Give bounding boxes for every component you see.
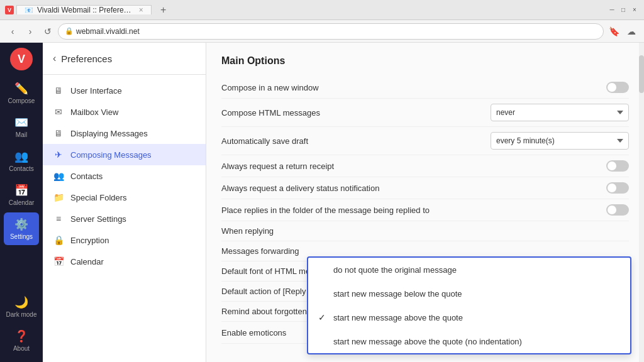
about-icon: ❓ [14,329,28,343]
prefs-nav-special-folders[interactable]: 📁 Special Folders [43,187,206,208]
delivery-status-label: Always request a delivery status notific… [221,184,599,193]
user-interface-icon: 🖥 [53,85,64,96]
contacts-nav-icon: 👥 [53,171,64,181]
dropdown-item-above-quote[interactable]: ✓ start new message above the quote [308,305,630,329]
place-replies-toggle[interactable] [606,204,629,216]
tab-title: Vivaldi Webmail :: Prefere… [37,6,131,14]
dark-mode-label: Dark mode [6,311,37,318]
tab-close-icon[interactable]: × [139,6,143,14]
displaying-messages-label: Displaying Messages [70,129,148,138]
minimize-button[interactable]: ─ [608,6,616,14]
above-quote-check: ✓ [318,312,328,322]
reload-button[interactable]: ↺ [40,24,55,39]
scroll-thumb[interactable] [639,55,644,93]
no-quote-check [318,265,328,275]
auto-save-select[interactable]: every 5 minute(s) [491,132,629,150]
place-replies-label: Place replies in the folder of the messa… [221,206,599,215]
compose-new-window-toggle[interactable] [606,82,629,93]
prefs-nav-user-interface[interactable]: 🖥 User Interface [43,80,206,101]
special-folders-icon: 📁 [53,192,64,202]
below-quote-check [318,288,328,299]
delivery-status-toggle[interactable] [606,182,629,194]
return-receipt-toggle[interactable] [606,160,629,172]
preferences-header: ‹ Preferences [43,43,206,75]
messages-forwarding-label: Messages forwarding [221,246,629,256]
sidebar-item-dark-mode[interactable]: 🌙 Dark mode [4,290,39,323]
sidebar-item-settings[interactable]: ⚙️ Settings [4,212,39,245]
app-content: ‹ Preferences 🖥 User Interface ✉ Mailbox… [43,43,644,362]
option-compose-html: Compose HTML messages never always ask [221,99,629,127]
vivaldi-logo: V [10,48,33,70]
settings-icon: ⚙️ [14,217,28,231]
back-button[interactable]: ‹ [5,24,20,39]
option-place-replies: Place replies in the folder of the messa… [221,199,629,221]
browser-window: V 📧 Vivaldi Webmail :: Prefere… × + ─ □ … [0,0,644,362]
contacts-nav-label: Contacts [70,172,103,181]
settings-label: Settings [10,233,33,240]
prefs-nav-displaying-messages[interactable]: 🖥 Displaying Messages [43,123,206,144]
sidebar-item-contacts[interactable]: 👥 Contacts [4,145,39,177]
mail-icon: ✉️ [14,116,28,129]
prefs-nav-contacts[interactable]: 👥 Contacts [43,165,206,187]
special-folders-label: Special Folders [70,193,127,202]
option-auto-save-draft: Automatically save draft every 5 minute(… [221,127,629,155]
maximize-button[interactable]: □ [619,6,628,14]
prefs-nav-calendar[interactable]: 📅 Calendar [43,251,206,272]
bookmarks-icon[interactable]: 🔖 [606,24,621,39]
dark-mode-icon: 🌙 [14,295,28,309]
preferences-nav: ‹ Preferences 🖥 User Interface ✉ Mailbox… [43,43,206,362]
dropdown-item-below-quote[interactable]: start new message below the quote [308,282,630,305]
browser-content: V ✏️ Compose ✉️ Mail 👥 Contacts 📅 Calend… [0,43,644,362]
dropdown-item-no-quote[interactable]: do not quote the original message [308,258,630,282]
close-button[interactable]: × [630,6,639,14]
tab-favicon: V [5,6,14,14]
when-replying-dropdown[interactable]: do not quote the original message start … [307,256,631,354]
sidebar-item-calendar[interactable]: 📅 Calendar [4,178,39,211]
contacts-icon: 👥 [14,150,28,163]
calendar-icon: 📅 [14,184,28,197]
mailbox-icon: ✉ [53,107,64,117]
active-tab[interactable]: 📧 Vivaldi Webmail :: Prefere… × [16,5,152,14]
main-options-title: Main Options [221,55,629,67]
new-tab-button[interactable]: + [154,1,173,19]
auto-save-label: Automatically save draft [221,136,483,146]
dropdown-item-above-no-indent[interactable]: start new message above the quote (no in… [308,329,630,353]
option-delivery-status: Always request a delivery status notific… [221,177,629,199]
encryption-label: Encryption [70,236,109,245]
forward-button[interactable]: › [23,24,38,39]
prefs-nav-mailbox-view[interactable]: ✉ Mailbox View [43,101,206,123]
above-no-indent-label: start new message above the quote (no in… [333,337,522,346]
window-controls: ─ □ × [608,6,639,14]
below-quote-label: start new message below the quote [333,289,462,299]
contacts-label: Contacts [9,165,33,172]
scrollbar[interactable] [639,43,644,362]
preferences-nav-list: 🖥 User Interface ✉ Mailbox View 🖥 Displa… [43,75,206,277]
vivaldi-sidebar: V ✏️ Compose ✉️ Mail 👥 Contacts 📅 Calend… [0,43,43,362]
address-bar: ‹ › ↺ 🔒 webmail.vivaldi.net 🔖 ☁ [0,20,644,43]
sidebar-item-about[interactable]: ❓ About [4,324,39,357]
above-no-indent-check [318,336,328,346]
prefs-nav-encryption[interactable]: 🔒 Encryption [43,229,206,251]
calendar-label: Calendar [9,199,35,206]
compose-html-select[interactable]: never always ask [491,104,629,121]
above-quote-label: start new message above the quote [333,313,463,322]
sidebar-item-mail[interactable]: ✉️ Mail [4,111,39,143]
compose-new-window-label: Compose in a new window [221,83,599,92]
option-compose-new-window: Compose in a new window [221,77,629,99]
sync-icon[interactable]: ☁ [624,24,639,39]
option-return-receipt: Always request a return receipt [221,155,629,177]
when-replying-label: When replying [221,226,629,236]
compose-icon: ✏️ [14,82,28,96]
prefs-nav-server-settings[interactable]: ≡ Server Settings [43,208,206,229]
server-settings-label: Server Settings [70,214,126,224]
prefs-nav-composing-messages[interactable]: ✈ Composing Messages [43,144,206,165]
prefs-back-button[interactable]: ‹ [53,53,56,64]
displaying-icon: 🖥 [53,128,64,138]
composing-icon: ✈ [53,150,64,160]
sidebar-item-compose[interactable]: ✏️ Compose [4,77,39,109]
url-text: webmail.vivaldi.net [76,27,140,36]
encryption-icon: 🔒 [53,235,64,245]
server-settings-icon: ≡ [53,214,64,224]
preferences-title: Preferences [61,53,112,64]
url-bar[interactable]: 🔒 webmail.vivaldi.net [58,23,604,40]
